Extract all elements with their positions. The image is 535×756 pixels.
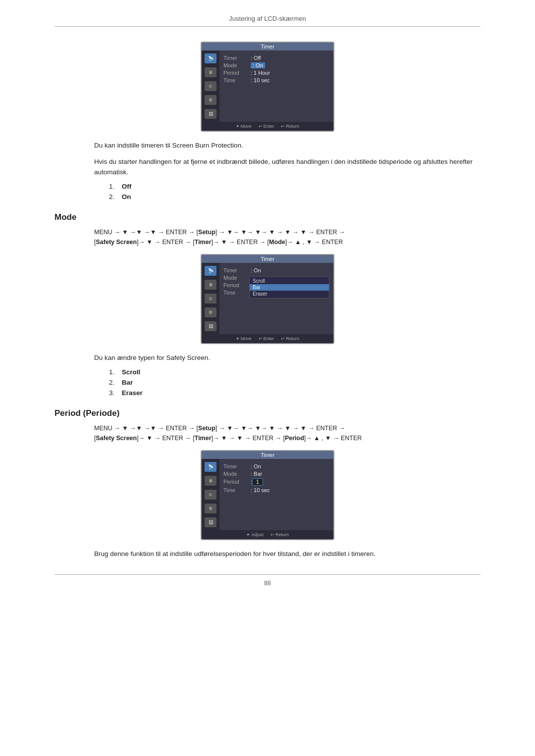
timer-row-period: Period : 1 Hour: [223, 70, 329, 76]
mode-sidebar-antenna-icon: 📡: [205, 266, 216, 276]
period-label-mode: Mode: [223, 471, 251, 477]
mode-dropdown-scroll: Scroll: [250, 278, 329, 284]
period-label-timer: Timer: [223, 463, 251, 469]
period-label-time: Time: [223, 487, 251, 493]
period-sidebar: 📡 🖥 ⊙ ⚙ 🖼: [202, 459, 219, 530]
sidebar-display-icon: 🖥: [205, 67, 216, 77]
mode-dropdown-eraser: Eraser: [250, 291, 329, 297]
period-sidebar-settings-icon: ⚙: [205, 504, 216, 513]
period-monitor-title: Timer: [202, 451, 333, 459]
timer-value-period: : 1 Hour: [251, 70, 270, 76]
timer-monitor-title: Timer: [202, 43, 333, 50]
mode-monitor-footer: ✦ Move ↵ Enter ↩ Return: [202, 334, 333, 343]
mode-body-text: Du kan ændre typen for Safety Screen.: [94, 353, 481, 363]
period-monitor-content: Timer : On Mode : Bar Period : 1 Time: [219, 459, 333, 530]
mode-footer-return: ↩ Return: [281, 336, 299, 341]
mode-list-num-2: 2.: [109, 379, 120, 386]
period-value-mode: : Bar: [251, 471, 262, 477]
period-sidebar-antenna-icon: 📡: [205, 462, 216, 472]
period-row-time: Time : 10 sec: [223, 487, 329, 493]
sidebar-settings-icon: ⚙: [205, 95, 216, 105]
period-monitor-footer: ✦ Adjust ↩ Return: [202, 530, 333, 539]
mode-row-timer: Timer : On: [223, 267, 329, 273]
mode-sidebar: 📡 🖥 ⊙ ⚙ 🖼: [202, 263, 219, 334]
mode-monitor-title: Timer: [202, 255, 333, 263]
period-sidebar-display-icon: 🖥: [205, 476, 216, 486]
period-footer-return: ↩ Return: [270, 532, 289, 537]
mode-list-label-scroll: Scroll: [122, 368, 141, 376]
period-heading: Period (Periode): [54, 408, 481, 418]
timer-footer-move: ✦ Move: [236, 124, 252, 129]
period-monitor-body: 📡 🖥 ⊙ ⚙ 🖼 Timer : On Mode : Bar: [202, 459, 333, 530]
timer-label-period: Period: [223, 70, 251, 76]
period-body-text: Brug denne funktion til at indstille udf…: [94, 549, 481, 559]
timer-list-label-1: Off: [122, 183, 132, 190]
period-nav-command: MENU → ▼ →▼ →▼ → ENTER → [Setup] → ▼→ ▼→…: [54, 423, 481, 443]
mode-list-item-3: 3. Eraser: [109, 389, 481, 397]
mode-monitor-body: 📡 🖥 ⊙ ⚙ 🖼 Timer : On Mode :: [202, 263, 333, 334]
timer-value-time: : 10 sec: [251, 77, 270, 83]
timer-monitor: Timer 📡 🖥 ⊙ ⚙ 🖼 Timer : Off Mode: [201, 42, 334, 132]
page-footer: 88: [54, 574, 481, 587]
period-monitor: Timer 📡 🖥 ⊙ ⚙ 🖼 Timer : On Mode: [201, 450, 334, 540]
timer-list-num-2: 2.: [109, 193, 120, 201]
period-value-input: 1: [252, 478, 263, 486]
mode-monitor-wrap: Timer 📡 🖥 ⊙ ⚙ 🖼 Timer : On Mode: [54, 254, 481, 344]
timer-footer-return: ↩ Return: [281, 124, 299, 129]
mode-label-period: Period: [223, 282, 251, 288]
mode-list-item-1: 1. Scroll: [109, 368, 481, 376]
timer-label-mode: Mode: [223, 62, 251, 68]
timer-monitor-footer: ✦ Move ↵ Enter ↩ Return: [202, 122, 333, 131]
timer-intro-text2: Hvis du starter handlingen for at fjerne…: [94, 157, 481, 178]
timer-list-item-2: 2. On: [109, 193, 481, 201]
period-row-mode: Mode : Bar: [223, 471, 329, 477]
mode-label-time: Time: [223, 290, 251, 296]
timer-row-time: Time : 10 sec: [223, 77, 329, 83]
mode-dropdown-bar: Bar: [250, 284, 329, 291]
timer-monitor-body: 📡 🖥 ⊙ ⚙ 🖼 Timer : Off Mode : On: [202, 50, 333, 122]
period-value-time: : 10 sec: [251, 487, 270, 493]
mode-value-timer: : On: [251, 267, 261, 273]
timer-list-label-2: On: [122, 193, 131, 201]
mode-footer-enter: ↵ Enter: [259, 336, 274, 341]
timer-row-timer: Timer : Off: [223, 55, 329, 61]
mode-monitor-content: Timer : On Mode : Period Time: [219, 263, 333, 334]
mode-heading: Mode: [54, 212, 481, 222]
sidebar-image-icon: 🖼: [205, 109, 216, 119]
sidebar-antenna-icon: 📡: [205, 53, 216, 63]
page-header: Justering af LCD-skærmen: [54, 15, 481, 27]
period-value-timer: : On: [251, 463, 261, 469]
period-sidebar-circle-icon: ⊙: [205, 490, 216, 500]
period-footer-adjust: ✦ Adjust: [246, 532, 264, 537]
timer-intro-text1: Du kan indstille timeren til Screen Burn…: [94, 141, 481, 151]
sidebar-circle-icon: ⊙: [205, 81, 216, 91]
timer-footer-enter: ↵ Enter: [259, 124, 274, 129]
mode-list-item-2: 2. Bar: [109, 379, 481, 386]
period-monitor-wrap: Timer 📡 🖥 ⊙ ⚙ 🖼 Timer : On Mode: [54, 450, 481, 540]
mode-monitor: Timer 📡 🖥 ⊙ ⚙ 🖼 Timer : On Mode: [201, 254, 334, 344]
period-row-timer: Timer : On: [223, 463, 329, 469]
timer-list-num-1: 1.: [109, 183, 120, 190]
timer-label-timer: Timer: [223, 55, 251, 61]
mode-footer-move: ✦ Move: [236, 336, 252, 341]
timer-sidebar: 📡 🖥 ⊙ ⚙ 🖼: [202, 50, 219, 122]
period-label-period: Period: [223, 479, 251, 485]
timer-list-item-1: 1. Off: [109, 183, 481, 190]
header-title: Justering af LCD-skærmen: [229, 15, 306, 22]
mode-sidebar-circle-icon: ⊙: [205, 294, 216, 303]
timer-value-timer: : Off: [251, 55, 261, 61]
timer-monitor-wrap: Timer 📡 🖥 ⊙ ⚙ 🖼 Timer : Off Mode: [54, 42, 481, 132]
timer-value-mode: : On: [251, 62, 265, 68]
mode-list-label-bar: Bar: [122, 379, 133, 386]
mode-list-num-3: 3.: [109, 389, 120, 397]
period-sidebar-image-icon: 🖼: [205, 517, 216, 527]
mode-nav-command: MENU → ▼ →▼ →▼ → ENTER → [Setup] → ▼→ ▼→…: [54, 227, 481, 247]
timer-row-mode: Mode : On: [223, 62, 329, 68]
timer-label-time: Time: [223, 77, 251, 83]
page-number: 88: [264, 580, 270, 587]
mode-list-label-eraser: Eraser: [122, 389, 143, 397]
timer-monitor-content: Timer : Off Mode : On Period : 1 Hour Ti…: [219, 50, 333, 122]
mode-sidebar-image-icon: 🖼: [205, 321, 216, 331]
mode-label-mode: Mode: [223, 275, 251, 281]
mode-sidebar-settings-icon: ⚙: [205, 307, 216, 317]
